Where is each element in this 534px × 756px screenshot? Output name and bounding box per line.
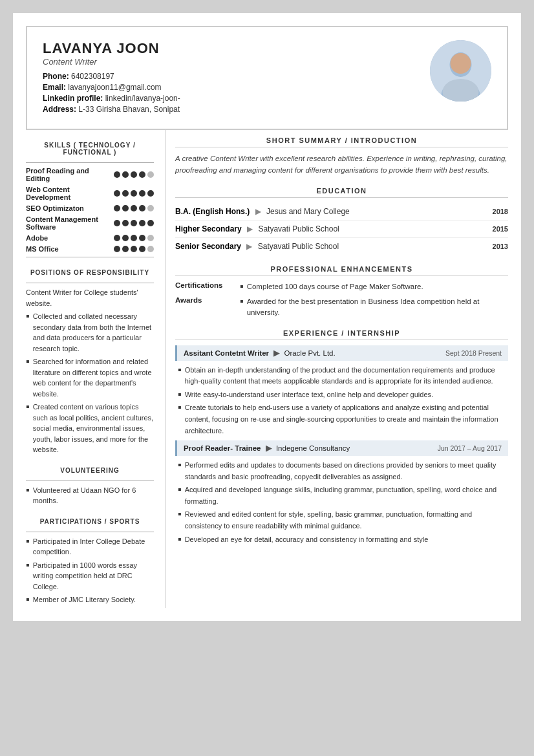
enhancements-list: Certifications▪Completed 100 days course… [175,281,508,319]
skill-name: Web Content Development [26,186,111,201]
email-value: lavanyajoon11@gmail.com [68,83,161,92]
bullet-icon: ▪ [26,485,30,495]
positions-section-title: POSITIONS OF RESPONSIBILITY [26,269,154,276]
skill-dot [122,171,129,178]
enhancement-label: Certifications [175,281,240,289]
skill-dot [139,246,145,252]
skill-dot [147,220,154,226]
header: LAVANYA JOON Content Writer Phone: 64023… [26,26,508,130]
skill-dot [147,190,154,197]
positions-intro: Content Writer for College students' web… [26,287,154,308]
item-text: Searched for information and related lit… [33,356,154,399]
summary-title: SHORT SUMMARY / INTRODUCTION [175,136,508,147]
enhancement-text: Completed 100 days course of Page Maker … [247,281,423,292]
exp-company: Oracle Pvt. Ltd. [284,349,335,357]
skill-dot [122,205,129,211]
skill-dot [131,220,137,226]
skill-dot [114,246,120,252]
positions-list: ▪Collected and collated necessary second… [26,311,154,455]
phone-label: Phone: [43,72,69,81]
skill-name: Proof Reading and Editing [26,167,111,182]
bullet-icon: ▪ [178,389,182,400]
skill-dot [131,190,137,197]
bullet-icon: ▪ [240,281,244,292]
email-label: Email: [43,83,66,92]
skill-dot [139,235,145,241]
skill-dots [114,220,154,226]
skill-dot [131,246,137,252]
skill-dots [114,246,154,252]
skill-dot [122,190,129,197]
bullet-icon: ▪ [26,356,30,367]
summary-text: A creative Content Writer with excellent… [175,153,508,177]
edu-info: B.A. (English Hons.) ▶ Jesus and Mary Co… [175,207,350,216]
participations-divider [26,532,154,532]
enhancement-label: Awards [175,296,240,304]
bullet-icon: ▪ [240,296,244,307]
list-item: ▪Searched for information and related li… [26,356,154,399]
bullet-icon: ▪ [178,509,182,519]
skill-dot [122,220,129,226]
bullet-icon: ▪ [26,560,30,570]
candidate-title: Content Writer [43,57,180,67]
edu-year: 2015 [493,225,508,233]
list-item: ▪Member of JMC Literary Society. [26,594,154,605]
bullet-text: Developed an eye for detail, accuracy an… [185,534,429,546]
enhancement-row: Awards▪Awarded for the best presentation… [175,296,508,319]
skill-dot [147,171,154,178]
enhancement-row: Certifications▪Completed 100 days course… [175,281,508,292]
bullet-icon: ▪ [178,460,182,470]
address-value: L-33 Girisha Bhavan, Sonipat [78,105,180,114]
volunteering-divider [26,481,154,481]
list-item: ▪Acquired and developed language skills,… [178,484,508,507]
skills-section-title: SKILLS ( TECHNOLOGY / FUNCTIONAL ) [26,142,154,156]
list-item: ▪Create tutorials to help end-users use … [178,402,508,437]
item-text: Created content on various topics such a… [33,402,154,455]
skill-name: Adobe [26,234,111,242]
skill-dot [114,220,120,226]
skill-dot [139,190,145,197]
skills-list: Proof Reading and EditingWeb Content Dev… [26,167,154,253]
enhancement-content: ▪Completed 100 days course of Page Maker… [240,281,508,292]
sidebar: SKILLS ( TECHNOLOGY / FUNCTIONAL ) Proof… [26,130,160,608]
edu-degree: Higher Secondary [175,224,242,233]
skill-name: Content Management Software [26,215,111,231]
exp-bullets: ▪Obtain an in-depth understanding of the… [175,365,508,437]
list-item: ▪Reviewed and edited content for style, … [178,509,508,532]
bullet-text: Reviewed and edited content for style, s… [185,509,508,532]
linkedin-detail: Linkedin profile: linkedin/lavanya-joon- [43,94,180,103]
skill-dots [114,190,154,197]
edu-school: Satyavati Public School [258,242,339,251]
edu-school: Jesus and Mary College [266,207,350,216]
arrow-icon: ▶ [244,242,255,251]
svg-point-3 [451,53,471,74]
candidate-name: LAVANYA JOON [43,40,180,57]
resume-container: LAVANYA JOON Content Writer Phone: 64023… [13,13,521,621]
bullet-icon: ▪ [26,536,30,546]
bullet-icon: ▪ [26,594,30,605]
list-item: ▪Developed an eye for detail, accuracy a… [178,534,508,546]
skill-dot [147,235,154,241]
exp-date: Sept 2018 Present [445,349,502,357]
bullet-text: Acquired and developed language skills, … [185,484,508,507]
edu-school: Satyavati Public School [258,224,339,233]
list-item: ▪Participated in Inter College Debate co… [26,536,154,557]
skill-dot [139,205,145,211]
skill-row: MS Office [26,245,154,253]
exp-role: Proof Reader- Trainee [184,444,261,452]
bullet-icon: ▪ [178,534,182,545]
header-info: LAVANYA JOON Content Writer Phone: 64023… [43,40,180,116]
bullet-text: Obtain an in-depth understanding of the … [185,365,508,387]
item-text: Member of JMC Literary Society. [33,594,136,605]
skill-dot [131,235,137,241]
bullet-text: Performed edits and updates to documents… [185,460,508,482]
experience-header: Assitant Contetnt Writer ▶ Oracle Pvt. L… [175,345,508,361]
edu-degree: Senior Secondary [175,242,241,251]
education-title: EDUCATION [175,187,508,198]
skill-row: Web Content Development [26,186,154,201]
list-item: ▪Created content on various topics such … [26,402,154,455]
phone-value: 6402308197 [71,72,114,81]
bullet-icon: ▪ [178,484,182,495]
skill-dot [122,235,129,241]
skill-row: Adobe [26,234,154,242]
